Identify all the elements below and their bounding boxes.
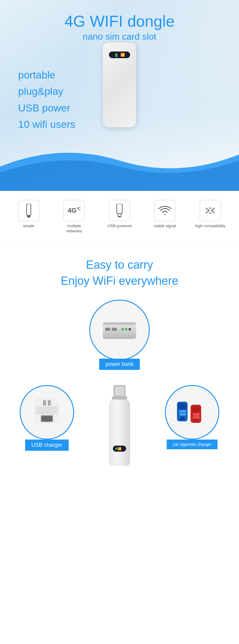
svg-point-11 [121,328,124,330]
svg-rect-19 [48,400,51,406]
car-charger-item: car cigarette charger [159,385,225,449]
usb-powered-label: USB powered [107,224,132,229]
svg-rect-33 [192,406,200,412]
car-charger-circle [165,385,219,440]
car-charger-illustration [174,396,210,429]
hero-title-block: 4G WIFI dongle nano sim card slot [0,12,239,42]
simple-icon [24,204,33,217]
svg-rect-10 [112,328,117,331]
wifi-signal-icon-box [154,200,175,221]
feature-stable-signal: stable signal [148,200,182,229]
svg-rect-18 [43,400,46,406]
compatibility-icon [204,205,217,216]
feature-wifi-users: 10 wifi users [18,116,75,132]
feature-usb-powered: USB powered [103,200,136,229]
signal-icon: ▐▌ [114,53,118,57]
hero-section: 4G WIFI dongle nano sim card slot portab… [0,0,239,191]
svg-rect-34 [194,418,198,422]
dongle-screen: ▐▌ 📶 [109,51,130,58]
svg-rect-17 [42,416,52,421]
4g-icon-box: 4G℃ [64,200,85,221]
carry-subtitle: Enjoy WiFi everywhere [6,274,233,287]
svg-rect-22 [115,387,124,396]
carry-title: Easy to carry [6,258,233,271]
svg-rect-0 [27,204,31,215]
svg-rect-36 [179,413,186,416]
svg-rect-37 [193,413,200,416]
multiple-networks-label: multiplenetworks [66,224,82,234]
hero-features-list: portable plug&play USB power 10 wifi use… [18,67,75,133]
usb-charger-circle [20,385,74,440]
wifi-icon: 📶 [120,53,125,57]
feature-multiple-networks: 4G℃ multiplenetworks [57,200,91,234]
svg-point-13 [129,328,131,330]
center-dongle-illustration: 📶 [104,385,135,470]
dongle-body: ▐▌ 📶 [103,42,136,127]
power-bank-label: power bank [99,359,139,370]
feature-high-compatibility: high compatibility [194,200,227,229]
wifi-signal-icon [158,205,172,216]
svg-rect-4 [119,216,120,217]
power-bank-illustration [100,315,139,345]
carry-section: Easy to carry Enjoy WiFi everywhere [0,243,239,486]
compatibility-icon-box [200,200,221,221]
svg-rect-35 [179,410,186,413]
usb-charger-label: USB charger [25,440,68,451]
usb-powered-icon-box [109,200,130,221]
features-bar: simple 4G℃ multiplenetworks USB powered [0,191,239,243]
svg-rect-14 [103,322,136,325]
simple-icon-box [18,200,39,221]
svg-rect-30 [178,403,186,409]
power-bank-circle [89,300,150,360]
svg-rect-38 [193,416,200,419]
hero-main-title: 4G WIFI dongle [0,12,239,30]
high-compatibility-label: high compatibility [195,224,225,229]
device-illustration: ▐▌ 📶 [95,42,144,127]
feature-plug-play: plug&play [18,83,75,99]
usb-powered-icon [115,204,124,217]
svg-rect-2 [117,204,122,214]
svg-rect-25 [109,400,130,466]
hero-wave [0,142,239,191]
stable-signal-label: stable signal [154,224,176,229]
svg-rect-20 [36,406,57,415]
usb-charger-item: USB charger [14,385,80,451]
car-charger-label: car cigarette charger [167,440,218,449]
bottom-row: USB charger [6,379,233,477]
svg-rect-23 [112,397,127,400]
feature-usb-power: USB power [18,100,75,116]
center-dongle-item: 📶 [86,385,153,471]
hero-sub-title: nano sim card slot [0,32,239,42]
feature-simple: simple [12,200,45,229]
svg-point-12 [125,328,127,330]
svg-text:📶: 📶 [118,447,122,451]
svg-rect-31 [180,417,185,420]
svg-point-27 [115,447,118,450]
simple-label: simple [23,224,34,229]
4g-icon: 4G℃ [68,207,80,214]
svg-rect-1 [27,215,30,217]
usb-charger-illustration [30,396,64,429]
power-bank-container: power bank [6,300,233,370]
feature-portable: portable [18,67,75,83]
svg-rect-9 [105,328,110,331]
